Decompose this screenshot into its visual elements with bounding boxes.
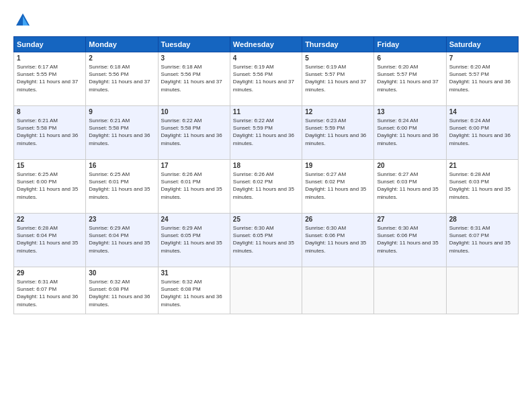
- calendar-cell: 20 Sunrise: 6:27 AMSunset: 6:03 PMDaylig…: [374, 160, 446, 214]
- day-number: 30: [89, 269, 154, 277]
- day-number: 29: [17, 269, 83, 277]
- calendar-cell: 22 Sunrise: 6:28 AMSunset: 6:04 PMDaylig…: [14, 214, 86, 267]
- calendar-cell: 17 Sunrise: 6:26 AMSunset: 6:01 PMDaylig…: [158, 160, 230, 214]
- calendar-cell: 6 Sunrise: 6:20 AMSunset: 5:57 PMDayligh…: [374, 52, 446, 106]
- calendar-cell: 8 Sunrise: 6:21 AMSunset: 5:58 PMDayligh…: [14, 106, 86, 160]
- col-header-saturday: Saturday: [446, 37, 518, 52]
- day-number: 1: [17, 54, 83, 62]
- day-number: 10: [161, 108, 227, 116]
- logo-icon: [13, 11, 32, 30]
- day-number: 23: [89, 216, 154, 223]
- calendar-cell: 24 Sunrise: 6:29 AMSunset: 6:05 PMDaylig…: [158, 214, 230, 267]
- day-number: 8: [17, 108, 83, 116]
- day-number: 12: [305, 108, 371, 116]
- week-row-5: 29 Sunrise: 6:31 AMSunset: 6:07 PMDaylig…: [14, 267, 519, 314]
- calendar-cell: [374, 267, 446, 314]
- day-number: 20: [377, 162, 443, 169]
- day-number: 26: [305, 216, 371, 223]
- day-number: 4: [233, 54, 299, 62]
- calendar-cell: 23 Sunrise: 6:29 AMSunset: 6:04 PMDaylig…: [86, 214, 158, 267]
- day-number: 3: [161, 54, 227, 62]
- day-number: 11: [233, 108, 299, 116]
- day-info: Sunrise: 6:24 AMSunset: 6:00 PMDaylight:…: [449, 118, 511, 146]
- day-info: Sunrise: 6:29 AMSunset: 6:05 PMDaylight:…: [161, 225, 222, 254]
- day-info: Sunrise: 6:31 AMSunset: 6:07 PMDaylight:…: [17, 279, 78, 308]
- day-info: Sunrise: 6:22 AMSunset: 5:58 PMDaylight:…: [161, 118, 222, 146]
- col-header-sunday: Sunday: [14, 37, 86, 52]
- col-header-tuesday: Tuesday: [158, 37, 230, 52]
- day-info: Sunrise: 6:23 AMSunset: 5:59 PMDaylight:…: [305, 118, 366, 146]
- day-info: Sunrise: 6:25 AMSunset: 6:01 PMDaylight:…: [89, 171, 150, 200]
- calendar-cell: 4 Sunrise: 6:19 AMSunset: 5:56 PMDayligh…: [230, 52, 302, 106]
- day-info: Sunrise: 6:22 AMSunset: 5:59 PMDaylight:…: [233, 118, 294, 146]
- calendar-cell: 2 Sunrise: 6:18 AMSunset: 5:56 PMDayligh…: [86, 52, 158, 106]
- calendar-cell: 5 Sunrise: 6:19 AMSunset: 5:57 PMDayligh…: [302, 52, 374, 106]
- col-header-wednesday: Wednesday: [230, 37, 302, 52]
- day-info: Sunrise: 6:29 AMSunset: 6:04 PMDaylight:…: [89, 225, 150, 254]
- page: SundayMondayTuesdayWednesdayThursdayFrid…: [0, 0, 532, 411]
- calendar-cell: [302, 267, 374, 314]
- day-number: 5: [305, 54, 371, 62]
- calendar-cell: 10 Sunrise: 6:22 AMSunset: 5:58 PMDaylig…: [158, 106, 230, 160]
- day-info: Sunrise: 6:19 AMSunset: 5:56 PMDaylight:…: [233, 64, 294, 93]
- calendar-cell: 27 Sunrise: 6:30 AMSunset: 6:06 PMDaylig…: [374, 214, 446, 267]
- day-number: 13: [377, 108, 443, 116]
- day-number: 18: [233, 162, 299, 169]
- day-number: 16: [89, 162, 154, 169]
- calendar-cell: 31 Sunrise: 6:32 AMSunset: 6:08 PMDaylig…: [158, 267, 230, 314]
- day-info: Sunrise: 6:17 AMSunset: 5:55 PMDaylight:…: [17, 64, 78, 93]
- day-info: Sunrise: 6:27 AMSunset: 6:02 PMDaylight:…: [305, 171, 366, 200]
- calendar-cell: 11 Sunrise: 6:22 AMSunset: 5:59 PMDaylig…: [230, 106, 302, 160]
- calendar-cell: 7 Sunrise: 6:20 AMSunset: 5:57 PMDayligh…: [446, 52, 518, 106]
- logo: [13, 11, 35, 30]
- calendar-cell: 25 Sunrise: 6:30 AMSunset: 6:05 PMDaylig…: [230, 214, 302, 267]
- day-number: 17: [161, 162, 227, 169]
- calendar-cell: 16 Sunrise: 6:25 AMSunset: 6:01 PMDaylig…: [86, 160, 158, 214]
- day-number: 28: [449, 216, 515, 223]
- day-info: Sunrise: 6:24 AMSunset: 6:00 PMDaylight:…: [377, 118, 438, 146]
- calendar-cell: 15 Sunrise: 6:25 AMSunset: 6:00 PMDaylig…: [14, 160, 86, 214]
- day-number: 19: [305, 162, 371, 169]
- day-number: 15: [17, 162, 83, 169]
- week-row-1: 1 Sunrise: 6:17 AMSunset: 5:55 PMDayligh…: [14, 52, 519, 106]
- day-info: Sunrise: 6:19 AMSunset: 5:57 PMDaylight:…: [305, 64, 366, 93]
- day-number: 9: [89, 108, 154, 116]
- day-info: Sunrise: 6:30 AMSunset: 6:06 PMDaylight:…: [305, 225, 366, 254]
- col-header-monday: Monday: [86, 37, 158, 52]
- calendar-cell: 29 Sunrise: 6:31 AMSunset: 6:07 PMDaylig…: [14, 267, 86, 314]
- day-number: 7: [449, 54, 515, 62]
- day-number: 6: [377, 54, 443, 62]
- day-info: Sunrise: 6:28 AMSunset: 6:04 PMDaylight:…: [17, 225, 78, 254]
- day-info: Sunrise: 6:18 AMSunset: 5:56 PMDaylight:…: [161, 64, 222, 93]
- calendar-cell: 14 Sunrise: 6:24 AMSunset: 6:00 PMDaylig…: [446, 106, 518, 160]
- day-info: Sunrise: 6:26 AMSunset: 6:01 PMDaylight:…: [161, 171, 222, 200]
- calendar-cell: 30 Sunrise: 6:32 AMSunset: 6:08 PMDaylig…: [86, 267, 158, 314]
- calendar-header-row: SundayMondayTuesdayWednesdayThursdayFrid…: [14, 37, 519, 52]
- day-number: 27: [377, 216, 443, 223]
- day-info: Sunrise: 6:25 AMSunset: 6:00 PMDaylight:…: [17, 171, 78, 200]
- day-info: Sunrise: 6:26 AMSunset: 6:02 PMDaylight:…: [233, 171, 294, 200]
- day-info: Sunrise: 6:20 AMSunset: 5:57 PMDaylight:…: [449, 64, 511, 93]
- calendar-cell: 18 Sunrise: 6:26 AMSunset: 6:02 PMDaylig…: [230, 160, 302, 214]
- calendar-cell: 21 Sunrise: 6:28 AMSunset: 6:03 PMDaylig…: [446, 160, 518, 214]
- col-header-thursday: Thursday: [302, 37, 374, 52]
- day-info: Sunrise: 6:18 AMSunset: 5:56 PMDaylight:…: [89, 64, 150, 93]
- day-number: 2: [89, 54, 154, 62]
- day-number: 25: [233, 216, 299, 223]
- calendar-cell: [230, 267, 302, 314]
- calendar-cell: 1 Sunrise: 6:17 AMSunset: 5:55 PMDayligh…: [14, 52, 86, 106]
- day-info: Sunrise: 6:21 AMSunset: 5:58 PMDaylight:…: [89, 118, 150, 146]
- day-number: 22: [17, 216, 83, 223]
- day-info: Sunrise: 6:32 AMSunset: 6:08 PMDaylight:…: [161, 279, 222, 308]
- header: [13, 11, 519, 30]
- day-info: Sunrise: 6:30 AMSunset: 6:06 PMDaylight:…: [377, 225, 438, 254]
- day-number: 24: [161, 216, 227, 223]
- calendar-cell: [446, 267, 518, 314]
- calendar: SundayMondayTuesdayWednesdayThursdayFrid…: [13, 36, 519, 314]
- day-info: Sunrise: 6:21 AMSunset: 5:58 PMDaylight:…: [17, 118, 78, 146]
- calendar-cell: 9 Sunrise: 6:21 AMSunset: 5:58 PMDayligh…: [86, 106, 158, 160]
- day-number: 31: [161, 269, 227, 277]
- calendar-cell: 3 Sunrise: 6:18 AMSunset: 5:56 PMDayligh…: [158, 52, 230, 106]
- week-row-4: 22 Sunrise: 6:28 AMSunset: 6:04 PMDaylig…: [14, 214, 519, 267]
- calendar-cell: 19 Sunrise: 6:27 AMSunset: 6:02 PMDaylig…: [302, 160, 374, 214]
